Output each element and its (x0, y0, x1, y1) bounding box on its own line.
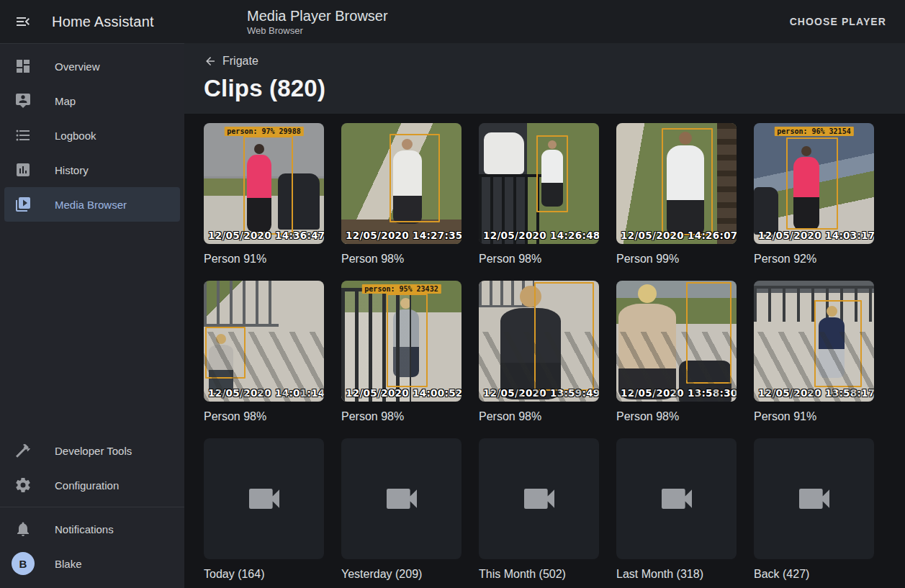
clip-card[interactable]: 12/05/2020 13:58:17 Person 91% (754, 281, 874, 423)
clip-thumbnail: 12/05/2020 13:58:17 (754, 281, 874, 402)
clips-grid: person: 97% 29988 12/05/2020 14:36:47 Pe… (204, 123, 905, 581)
sidebar-item-overview[interactable]: Overview (4, 49, 180, 83)
main-pane: Frigate Clips (820) person: 97% 29988 12… (184, 43, 905, 588)
folder-thumbnail (341, 438, 461, 559)
folder-card-this-month[interactable]: This Month (502) (479, 438, 599, 581)
clip-photo: person: 95% 23432 12/05/2020 14:00:52 (341, 281, 461, 402)
video-camera-icon (794, 479, 834, 519)
clip-photo: 12/05/2020 13:58:30 (616, 281, 737, 402)
timestamp-overlay: 12/05/2020 14:26:07 (621, 230, 737, 241)
page-header: Frigate Clips (820) (184, 43, 905, 114)
clip-thumbnail: person: 97% 29988 12/05/2020 14:36:47 (204, 123, 324, 244)
detection-box (786, 137, 838, 230)
sidebar-item-history[interactable]: History (4, 153, 180, 187)
folder-card-yesterday[interactable]: Yesterday (209) (341, 438, 461, 581)
detection-tag: person: 95% 23432 (361, 284, 441, 294)
video-camera-icon (519, 479, 559, 519)
sidebar-item-developer-tools[interactable]: Developer Tools (4, 433, 180, 468)
clip-photo: 12/05/2020 14:27:35 (341, 123, 461, 244)
breadcrumb[interactable]: Frigate (204, 55, 258, 68)
detection-tag: person: 97% 29988 (224, 127, 303, 136)
sidebar-bottom: Notifications B Blake (0, 512, 184, 588)
user-avatar[interactable]: B (12, 552, 35, 575)
chart-box-icon (14, 161, 32, 178)
timestamp-overlay: 12/05/2020 14:00:52 (346, 387, 461, 399)
clip-card[interactable]: person: 97% 29988 12/05/2020 14:36:47 Pe… (204, 123, 324, 266)
breadcrumb-label: Frigate (222, 55, 258, 68)
folder-thumbnail (616, 438, 737, 559)
tooltip-account-icon (14, 92, 32, 109)
clip-card[interactable]: 12/05/2020 13:58:30 Person 98% (616, 281, 737, 423)
page-title: Clips (820) (204, 75, 905, 102)
folder-label: This Month (502) (479, 568, 599, 581)
clip-card[interactable]: 12/05/2020 14:27:35 Person 98% (341, 123, 461, 266)
arrow-left-icon (204, 55, 217, 68)
clip-thumbnail: 12/05/2020 13:58:30 (616, 281, 737, 402)
car-shape (484, 132, 525, 173)
clip-thumbnail: 12/05/2020 14:01:14 (204, 281, 324, 402)
clip-card[interactable]: 12/05/2020 14:01:14 Person 98% (204, 281, 324, 423)
sidebar-item-map[interactable]: Map (4, 83, 180, 118)
app-toolbar: Home Assistant Media Player Browser Web … (0, 0, 905, 43)
clip-card[interactable]: 12/05/2020 14:26:07 Person 99% (616, 123, 737, 266)
timestamp-overlay: 12/05/2020 13:59:49 (483, 387, 599, 399)
video-camera-icon (657, 479, 697, 519)
gear-icon (14, 476, 32, 494)
media-player-subtitle: Web Browser (247, 25, 388, 36)
sidebar-item-label: Notifications (55, 523, 114, 535)
sidebar-item-configuration[interactable]: Configuration (4, 468, 180, 502)
railing-shape (204, 281, 279, 327)
folder-thumbnail (754, 438, 874, 559)
clip-card[interactable]: 12/05/2020 13:59:49 Person 98% (479, 281, 599, 423)
clip-card[interactable]: person: 96% 32154 12/05/2020 14:03:17 Pe… (754, 123, 874, 266)
folder-label: Yesterday (209) (341, 568, 461, 581)
toolbar-left: Home Assistant (0, 12, 184, 32)
timestamp-overlay: 12/05/2020 13:58:30 (621, 387, 737, 399)
clip-photo: 12/05/2020 13:58:17 (754, 281, 874, 402)
clip-card[interactable]: 12/05/2020 14:26:48 Person 98% (479, 123, 599, 266)
clip-label: Person 98% (479, 253, 599, 266)
list-bulleted-icon (14, 127, 32, 144)
sidebar-item-logbook[interactable]: Logbook (4, 118, 180, 153)
folder-label: Today (164) (204, 568, 324, 581)
detection-box (387, 294, 428, 386)
user-name: Blake (55, 558, 82, 570)
timestamp-overlay: 12/05/2020 14:03:17 (758, 230, 874, 241)
timestamp-overlay: 12/05/2020 14:27:35 (346, 230, 461, 241)
clip-card[interactable]: person: 95% 23432 12/05/2020 14:00:52 Pe… (341, 281, 461, 423)
menu-open-icon (14, 13, 32, 30)
detection-box (243, 136, 292, 234)
media-player-title: Media Player Browser (247, 8, 388, 24)
page-header-titles: Media Player Browser Web Browser (247, 8, 388, 36)
clip-label: Person 98% (341, 253, 461, 266)
detection-tag: person: 96% 32154 (774, 127, 853, 136)
clip-photo: 12/05/2020 14:26:07 (616, 123, 737, 244)
view-dashboard-icon (14, 58, 32, 75)
stroller-shape (754, 187, 778, 235)
toolbar-main: Media Player Browser Web Browser CHOOSE … (184, 8, 905, 36)
clip-thumbnail: 12/05/2020 14:27:35 (341, 123, 461, 244)
folder-card-last-month[interactable]: Last Month (318) (616, 438, 737, 581)
porch-shape (717, 123, 737, 244)
sidebar-item-user[interactable]: B Blake (4, 546, 180, 581)
sidebar-item-label: Logbook (55, 130, 96, 142)
sidebar-item-label: Developer Tools (55, 445, 132, 457)
clip-label: Person 98% (616, 410, 737, 423)
folder-card-back[interactable]: Back (427) (754, 438, 874, 581)
stroller-shape (679, 361, 731, 402)
sidebar-divider (0, 507, 184, 507)
clip-label: Person 92% (754, 253, 874, 266)
bell-icon (14, 520, 32, 538)
sidebar-toggle-button[interactable] (13, 12, 33, 32)
clip-label: Person 91% (754, 410, 874, 423)
sidebar-item-media-browser[interactable]: Media Browser (4, 187, 180, 222)
timestamp-overlay: 12/05/2020 13:58:17 (758, 387, 874, 399)
clip-photo: 12/05/2020 14:01:14 (204, 281, 324, 402)
folder-card-today[interactable]: Today (164) (204, 438, 324, 581)
choose-player-button[interactable]: CHOOSE PLAYER (785, 10, 891, 33)
clip-thumbnail: person: 96% 32154 12/05/2020 14:03:17 (754, 123, 874, 244)
detection-box (205, 327, 246, 379)
sidebar: Overview Map Logbook History (0, 43, 184, 588)
timestamp-overlay: 12/05/2020 14:26:48 (483, 230, 599, 241)
sidebar-item-notifications[interactable]: Notifications (4, 512, 180, 546)
